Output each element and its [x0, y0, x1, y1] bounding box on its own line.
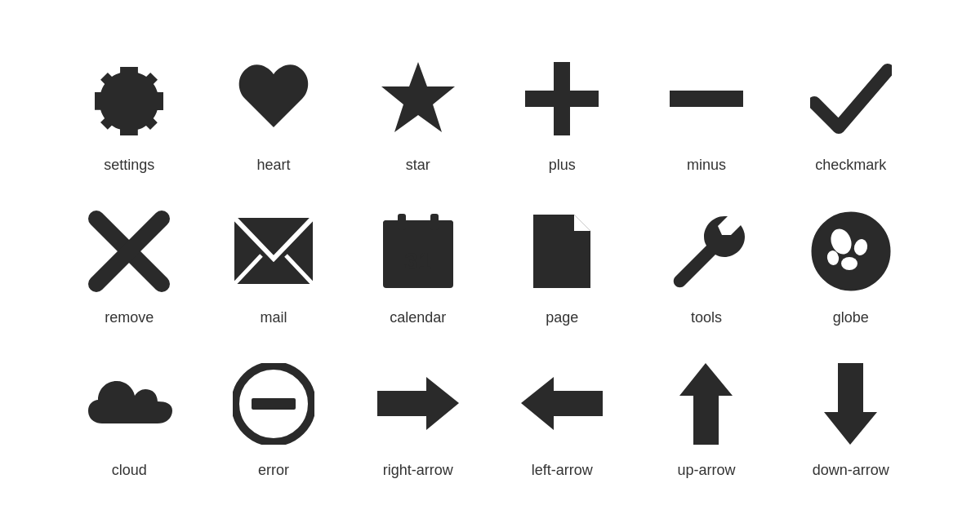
globe-icon: [806, 206, 896, 296]
cloud-icon: [84, 359, 174, 449]
heart-icon: [229, 54, 318, 144]
icon-cell-down-arrow: down-arrow: [786, 359, 915, 479]
icon-cell-mail: mail: [210, 206, 338, 326]
icon-cell-globe: globe: [786, 206, 915, 326]
icon-cell-error: error: [210, 359, 338, 479]
svg-marker-24: [679, 363, 733, 445]
icon-cell-left-arrow: left-arrow: [498, 359, 626, 479]
icon-cell-cloud: cloud: [65, 359, 194, 479]
right-arrow-icon: [373, 359, 463, 449]
icon-cell-checkmark: checkmark: [786, 54, 915, 174]
svg-marker-25: [824, 363, 877, 445]
icon-cell-plus: plus: [498, 54, 626, 174]
page-label: page: [546, 309, 578, 326]
icon-cell-right-arrow: right-arrow: [354, 359, 482, 479]
globe-label: globe: [833, 309, 869, 326]
tools-icon: [662, 206, 751, 296]
settings-icon: [84, 54, 174, 144]
svg-rect-2: [525, 91, 599, 107]
svg-marker-22: [377, 377, 459, 430]
checkmark-icon: [806, 54, 896, 144]
plus-label: plus: [549, 157, 576, 174]
icon-cell-settings: settings: [65, 54, 194, 174]
settings-label: settings: [104, 157, 154, 174]
minus-label: minus: [687, 157, 726, 174]
calendar-icon: 31: [373, 206, 463, 296]
svg-marker-0: [381, 62, 455, 132]
remove-label: remove: [105, 309, 154, 326]
mail-label: mail: [260, 309, 287, 326]
right-arrow-label: right-arrow: [383, 462, 453, 479]
cloud-label: cloud: [112, 462, 147, 479]
star-label: star: [406, 157, 430, 174]
svg-rect-3: [670, 91, 743, 107]
left-arrow-icon: [517, 359, 607, 449]
svg-text:31: 31: [404, 247, 431, 274]
icon-cell-remove: remove: [65, 206, 194, 326]
down-arrow-icon: [806, 359, 896, 449]
svg-rect-21: [252, 398, 296, 410]
svg-rect-11: [398, 214, 406, 230]
icon-cell-up-arrow: up-arrow: [643, 359, 771, 479]
svg-rect-12: [430, 214, 439, 230]
tools-label: tools: [691, 309, 722, 326]
page-icon: [517, 206, 607, 296]
error-icon: [229, 359, 318, 449]
minus-icon: [662, 54, 751, 144]
plus-icon: [517, 54, 607, 144]
checkmark-label: checkmark: [815, 157, 886, 174]
icon-cell-tools: tools: [643, 206, 771, 326]
svg-marker-23: [521, 377, 603, 430]
down-arrow-label: down-arrow: [813, 462, 889, 479]
mail-icon: [229, 206, 318, 296]
icon-grid: settings heart star plus: [0, 21, 980, 512]
remove-icon: [84, 206, 174, 296]
left-arrow-label: left-arrow: [532, 462, 593, 479]
error-label: error: [258, 462, 289, 479]
icon-cell-star: star: [354, 54, 482, 174]
icon-cell-heart: heart: [210, 54, 338, 174]
svg-rect-10: [383, 220, 453, 243]
star-icon: [373, 54, 463, 144]
up-arrow-label: up-arrow: [677, 462, 735, 479]
heart-label: heart: [256, 157, 290, 174]
up-arrow-icon: [662, 359, 751, 449]
calendar-label: calendar: [390, 309, 446, 326]
svg-point-17: [841, 257, 858, 270]
icon-cell-calendar: 31 calendar: [354, 206, 482, 326]
icon-cell-minus: minus: [643, 54, 771, 174]
icon-cell-page: page: [498, 206, 626, 326]
